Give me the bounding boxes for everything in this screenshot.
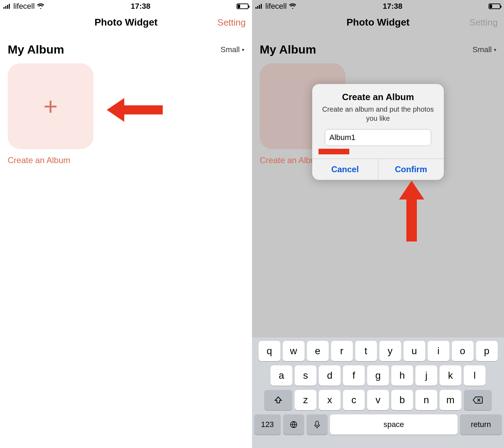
album-name-input[interactable] xyxy=(325,129,431,146)
dialog-message: Create an album and put the photos you l… xyxy=(320,105,436,123)
key-d[interactable]: d xyxy=(319,365,341,386)
chevron-down-icon: ▾ xyxy=(242,47,244,52)
battery-icon xyxy=(489,4,500,9)
clock: 17:38 xyxy=(383,2,402,11)
create-album-caption: Create an Album xyxy=(8,155,244,165)
svg-rect-1 xyxy=(5,6,6,9)
numbers-key[interactable]: 123 xyxy=(254,414,281,435)
create-album-dialog: Create an Album Create an album and put … xyxy=(312,84,444,180)
settings-button[interactable]: Setting xyxy=(469,17,498,28)
size-selector[interactable]: Small ▾ xyxy=(220,45,244,54)
dialog-title: Create an Album xyxy=(320,92,436,103)
cell-signal-icon xyxy=(255,2,263,11)
key-t[interactable]: t xyxy=(355,341,377,361)
key-c[interactable]: c xyxy=(343,390,365,410)
key-b[interactable]: b xyxy=(391,390,413,410)
key-u[interactable]: u xyxy=(404,341,425,361)
key-w[interactable]: w xyxy=(283,341,304,361)
dictation-key[interactable] xyxy=(307,414,328,435)
annotation-arrow-to-tile xyxy=(107,98,163,122)
key-v[interactable]: v xyxy=(367,390,389,410)
cancel-button[interactable]: Cancel xyxy=(312,159,378,180)
album-section-header: My Album Small ▾ xyxy=(252,32,504,62)
annotation-text-underline xyxy=(318,149,349,154)
plus-icon: + xyxy=(43,94,58,119)
status-bar: lifecell 17:38 xyxy=(0,0,252,13)
nav-bar: Photo Widget Setting xyxy=(0,13,252,32)
page-title: Photo Widget xyxy=(346,17,410,28)
confirm-button[interactable]: Confirm xyxy=(378,159,444,180)
svg-rect-0 xyxy=(4,7,5,9)
shift-key[interactable] xyxy=(264,390,292,410)
clock: 17:38 xyxy=(131,2,150,11)
screenshot-step-2: lifecell 17:38 Photo Widget Setting My A… xyxy=(252,0,504,448)
kbd-row-3: zxcvbnm xyxy=(254,390,502,410)
key-z[interactable]: z xyxy=(295,390,316,410)
svg-rect-6 xyxy=(259,5,260,9)
screenshot-step-1: lifecell 17:38 Photo Widget Setting My A… xyxy=(0,0,252,448)
cell-signal-icon xyxy=(4,2,11,11)
battery-icon xyxy=(237,4,248,9)
key-o[interactable]: o xyxy=(452,341,474,361)
key-x[interactable]: x xyxy=(319,390,341,410)
key-f[interactable]: f xyxy=(343,365,365,386)
key-p[interactable]: p xyxy=(476,341,498,361)
carrier-label: lifecell xyxy=(265,2,287,11)
key-g[interactable]: g xyxy=(367,365,389,386)
key-m[interactable]: m xyxy=(440,390,461,410)
key-e[interactable]: e xyxy=(307,341,329,361)
annotation-arrow-to-confirm xyxy=(399,181,424,241)
key-a[interactable]: a xyxy=(271,365,292,386)
key-k[interactable]: k xyxy=(440,365,461,386)
nav-bar: Photo Widget Setting xyxy=(252,13,504,32)
key-n[interactable]: n xyxy=(415,390,437,410)
svg-rect-2 xyxy=(7,5,8,9)
svg-rect-3 xyxy=(9,4,10,9)
size-selector[interactable]: Small ▾ xyxy=(472,45,496,54)
album-section-header: My Album Small ▾ xyxy=(0,32,252,62)
status-bar: lifecell 17:38 xyxy=(252,0,504,13)
size-value: Small xyxy=(472,45,492,54)
return-key[interactable]: return xyxy=(460,414,502,435)
size-value: Small xyxy=(220,45,240,54)
key-j[interactable]: j xyxy=(415,365,437,386)
globe-key[interactable] xyxy=(283,414,304,435)
key-i[interactable]: i xyxy=(428,341,449,361)
my-album-label: My Album xyxy=(260,43,316,56)
kbd-row-4: 123 space return xyxy=(254,414,502,435)
key-h[interactable]: h xyxy=(391,365,413,386)
chevron-down-icon: ▾ xyxy=(494,47,496,52)
wifi-icon xyxy=(289,2,296,11)
create-album-tile[interactable]: + xyxy=(8,63,93,149)
key-l[interactable]: l xyxy=(464,365,485,386)
svg-rect-5 xyxy=(257,6,258,9)
carrier-label: lifecell xyxy=(13,2,35,11)
key-q[interactable]: q xyxy=(259,341,280,361)
kbd-row-2: asdfghjkl xyxy=(254,365,502,386)
page-title: Photo Widget xyxy=(94,17,158,28)
key-s[interactable]: s xyxy=(295,365,316,386)
svg-rect-9 xyxy=(316,421,318,426)
key-y[interactable]: y xyxy=(379,341,401,361)
kbd-row-1: qwertyuiop xyxy=(254,341,502,361)
svg-rect-7 xyxy=(261,4,262,9)
wifi-icon xyxy=(37,2,44,11)
my-album-label: My Album xyxy=(8,43,64,56)
space-key[interactable]: space xyxy=(330,414,457,435)
key-r[interactable]: r xyxy=(331,341,353,361)
backspace-key[interactable] xyxy=(464,390,492,410)
svg-rect-4 xyxy=(255,7,257,9)
settings-button[interactable]: Setting xyxy=(217,17,246,28)
ios-keyboard: qwertyuiop asdfghjkl zxcvbnm 123 space r… xyxy=(252,337,504,448)
